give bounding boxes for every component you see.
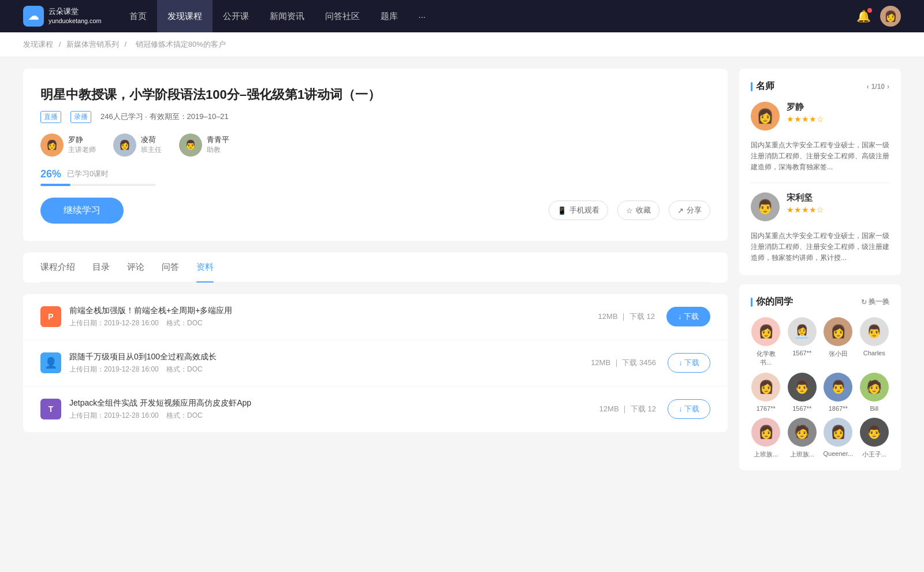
download-btn-2[interactable]: ↓ 下载 <box>668 399 710 419</box>
classmates-grid: 👩 化学教书... 👩‍💼 1567** 👩 张小田 👨 Charles 👩 <box>751 317 889 459</box>
classmate-name-11: 小王子... <box>862 450 886 459</box>
teachers-pagination[interactable]: ‹ 1/10 › <box>867 83 889 91</box>
teachers-sidebar-card: 名师 ‹ 1/10 › 👩 罗静 ★★★★☆ 国内某重点大学安全工程专业硕士，国… <box>739 69 901 275</box>
progress-bar-fill <box>40 184 70 186</box>
tab-catalog[interactable]: 目录 <box>92 252 110 282</box>
sidebar-teacher-avatar-0: 👩 <box>751 102 780 131</box>
classmate-name-1: 1567** <box>792 350 811 356</box>
sidebar-teacher-details-1: 宋利坚 ★★★★☆ <box>787 192 824 221</box>
classmate-6[interactable]: 👨 1867** <box>823 373 854 412</box>
sidebar-teacher-stars-0: ★★★★☆ <box>787 114 824 124</box>
tab-review[interactable]: 评论 <box>127 252 144 282</box>
classmate-name-5: 1567** <box>792 405 811 412</box>
classmates-sidebar-card: 你的同学 ↻ 换一换 👩 化学教书... 👩‍💼 1567** 👩 张小田 <box>739 284 901 470</box>
classmate-1[interactable]: 👩‍💼 1567** <box>787 317 818 367</box>
classmate-avatar-4: 👩 <box>751 373 780 402</box>
classmate-2[interactable]: 👩 张小田 <box>823 317 854 367</box>
classmate-name-7: Bill <box>870 405 878 412</box>
file-stats-0: 12MB ｜ 下载 12 <box>598 311 655 322</box>
download-btn-0[interactable]: ↓ 下载 <box>666 307 710 326</box>
classmate-avatar-6: 👨 <box>824 373 852 402</box>
sidebar: 名师 ‹ 1/10 › 👩 罗静 ★★★★☆ 国内某重点大学安全工程专业硕士，国… <box>739 69 901 480</box>
nav-qa[interactable]: 问答社区 <box>315 0 370 32</box>
progress-section: 26% 已学习0课时 <box>40 168 710 186</box>
file-stats-1: 12MB ｜ 下载 3456 <box>591 358 656 368</box>
tag-replay: 录播 <box>70 111 91 123</box>
mobile-watch-btn[interactable]: 📱 手机观看 <box>549 200 608 220</box>
nav-public[interactable]: 公开课 <box>213 0 259 32</box>
tab-qa[interactable]: 问答 <box>162 252 179 282</box>
prev-teacher-btn[interactable]: ‹ <box>867 83 869 91</box>
mobile-label: 手机观看 <box>569 205 599 216</box>
breadcrumb-series[interactable]: 新媒体营销系列 <box>66 40 119 49</box>
classmate-avatar-0: 👩 <box>751 317 780 346</box>
logo-text: 云朵课堂yunduoketang.com <box>49 7 102 25</box>
tabs-card: 课程介绍 目录 评论 问答 资料 <box>23 252 728 283</box>
classmate-name-10: Queener... <box>824 450 853 457</box>
continue-learning-btn[interactable]: 继续学习 <box>40 198 124 224</box>
nav-news[interactable]: 新闻资讯 <box>259 0 315 32</box>
teacher-name-2: 青青平 <box>207 135 229 145</box>
file-item-0: P 前端全栈加强版！前端全栈+全周期+多端应用 上传日期：2019-12-28 … <box>23 294 728 340</box>
teacher-avatar-0: 👩 <box>40 133 64 157</box>
classmate-3[interactable]: 👨 Charles <box>859 317 890 367</box>
classmate-5[interactable]: 👨 1567** <box>787 373 818 412</box>
classmate-11[interactable]: 👨 小王子... <box>859 418 890 459</box>
classmate-avatar-11: 👨 <box>860 418 889 447</box>
teacher-role-2: 助教 <box>207 145 229 155</box>
classmate-0[interactable]: 👩 化学教书... <box>751 317 781 367</box>
classmate-name-2: 张小田 <box>829 350 848 358</box>
share-btn[interactable]: ↗ 分享 <box>669 200 710 220</box>
classmate-10[interactable]: 👩 Queener... <box>823 418 854 459</box>
classmate-avatar-1: 👩‍💼 <box>788 317 817 346</box>
breadcrumb-discover[interactable]: 发现课程 <box>23 40 53 49</box>
classmate-avatar-9: 🧑 <box>788 418 817 447</box>
sidebar-teacher-desc-0: 国内某重点大学安全工程专业硕士，国家一级注册消防工程师、注册安全工程师、高级注册… <box>751 140 889 173</box>
classmate-7[interactable]: 🧑 Bill <box>859 373 890 412</box>
download-btn-1[interactable]: ↓ 下载 <box>668 353 710 373</box>
classmate-avatar-2: 👩 <box>824 317 852 346</box>
refresh-icon: ↻ <box>861 298 867 306</box>
tabs: 课程介绍 目录 评论 问答 资料 <box>40 252 710 283</box>
classmate-9[interactable]: 🧑 上班族... <box>787 418 818 459</box>
nav-home[interactable]: 首页 <box>119 0 157 32</box>
main-content: 明星中教授课，小学阶段语法100分–强化级第1讲动词（一） 直播 录播 246人… <box>23 69 728 480</box>
breadcrumb-current: 销冠修炼术搞定80%的客户 <box>136 40 226 49</box>
action-btns: 📱 手机观看 ☆ 收藏 ↗ 分享 <box>549 200 710 220</box>
file-info-0: 前端全栈加强版！前端全栈+全周期+多端应用 上传日期：2019-12-28 16… <box>69 306 598 328</box>
tab-materials[interactable]: 资料 <box>196 252 214 282</box>
nav-discover[interactable]: 发现课程 <box>157 0 213 32</box>
course-title: 明星中教授课，小学阶段语法100分–强化级第1讲动词（一） <box>40 86 710 104</box>
sidebar-teacher-avatar-1: 👨 <box>751 192 780 221</box>
progress-text: 已学习0课时 <box>67 169 109 179</box>
course-enrollment: 246人已学习 · 有效期至：2019–10–21 <box>100 112 229 122</box>
next-teacher-btn[interactable]: › <box>887 83 889 91</box>
nav-exam[interactable]: 题库 <box>370 0 408 32</box>
tab-intro[interactable]: 课程介绍 <box>40 252 75 282</box>
file-info-2: Jetpack全组件实战 开发短视频应用高仿皮皮虾App 上传日期：2019-1… <box>69 398 599 421</box>
file-icon-1: 👤 <box>40 352 61 373</box>
file-list: P 前端全栈加强版！前端全栈+全周期+多端应用 上传日期：2019-12-28 … <box>23 294 728 432</box>
classmate-avatar-7: 🧑 <box>860 373 889 402</box>
file-name-2: Jetpack全组件实战 开发短视频应用高仿皮皮虾App <box>69 398 599 408</box>
teacher-name-0: 罗静 <box>68 135 96 145</box>
logo[interactable]: ☁ 云朵课堂yunduoketang.com <box>23 6 102 27</box>
notification-bell[interactable]: 🔔 <box>856 9 871 23</box>
refresh-label: 换一换 <box>869 297 889 307</box>
teacher-name-1: 凌荷 <box>141 135 162 145</box>
nav-more[interactable]: ··· <box>408 0 437 32</box>
classmate-8[interactable]: 👩 上班族... <box>751 418 781 459</box>
classmate-avatar-10: 👩 <box>824 418 852 447</box>
classmate-4[interactable]: 👩 1767** <box>751 373 781 412</box>
user-avatar[interactable]: 👩 <box>880 6 901 27</box>
file-name-0: 前端全栈加强版！前端全栈+全周期+多端应用 <box>69 306 598 316</box>
refresh-classmates-btn[interactable]: ↻ 换一换 <box>861 297 889 307</box>
file-info-1: 跟随千万级项目从0到100全过程高效成长 上传日期：2019-12-28 16:… <box>69 352 591 374</box>
sidebar-teacher-details-0: 罗静 ★★★★☆ <box>787 102 824 131</box>
mobile-icon: 📱 <box>557 206 567 215</box>
favorite-btn[interactable]: ☆ 收藏 <box>617 200 660 220</box>
classmate-name-4: 1767** <box>757 405 776 412</box>
classmate-name-8: 上班族... <box>754 450 778 459</box>
teacher-item-0: 👩 罗静 主讲老师 <box>40 133 96 157</box>
classmate-avatar-5: 👨 <box>788 373 817 402</box>
